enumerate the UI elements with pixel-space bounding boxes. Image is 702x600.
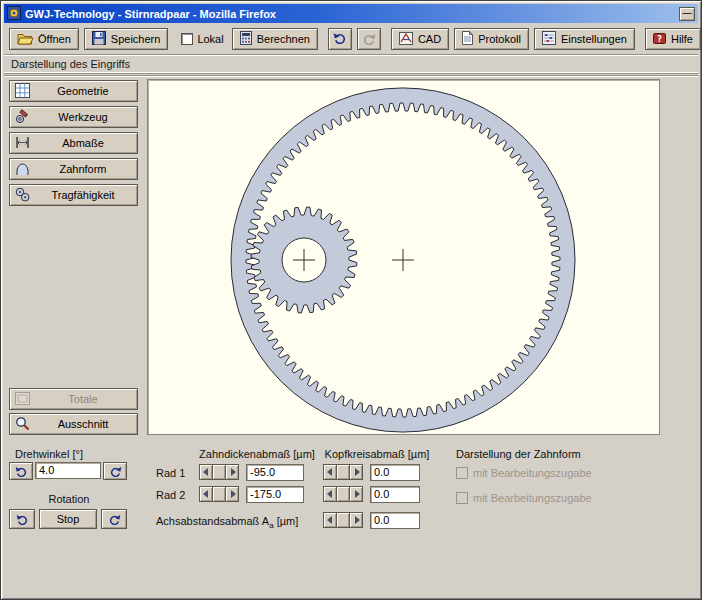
magnifier-icon	[15, 416, 30, 433]
tooth-profile-icon	[15, 161, 30, 178]
center-distance-spinner	[323, 512, 362, 528]
spin-left-button[interactable]	[323, 464, 337, 480]
toothform-header: Darstellung der Zahnform	[456, 448, 581, 460]
gear-pair-icon	[15, 187, 30, 204]
rotate-ccw-button[interactable]	[9, 509, 35, 529]
rotation-stop-button[interactable]: Stop	[39, 509, 97, 529]
rotation-angle-field[interactable]: 4.0	[35, 462, 101, 479]
sidebar-label-zahnform: Zahnform	[34, 163, 132, 175]
local-checkbox-group: Lokal	[178, 33, 226, 45]
calculate-label: Berechnen	[257, 33, 310, 45]
calculate-button[interactable]: Berechnen	[232, 28, 318, 50]
help-button[interactable]: ? Hilfe	[645, 28, 701, 50]
document-icon	[462, 31, 473, 47]
rad1-thickness-field[interactable]: -95.0	[246, 464, 304, 481]
rad2-thickness-spinner	[199, 486, 238, 502]
allowance1-checkbox[interactable]	[456, 467, 468, 479]
allowance1-row: mit Bearbeitungszugabe	[456, 467, 592, 479]
header-divider	[4, 75, 698, 77]
spin-thumb[interactable]	[336, 464, 350, 480]
settings-icon	[542, 31, 556, 47]
rad2-tip-spinner	[323, 486, 362, 502]
geometry-grid-icon	[15, 83, 30, 100]
full-view-icon	[15, 392, 30, 407]
app-window: GWJ-Technology - Stirnradpaar - Mozilla …	[0, 0, 702, 600]
open-label: Öffnen	[38, 33, 71, 45]
spin-right-button[interactable]	[225, 464, 239, 480]
sidebar-label-tragfaehigkeit: Tragfähigkeit	[34, 189, 132, 201]
protocol-label: Protokoll	[478, 33, 521, 45]
spin-right-button[interactable]	[225, 486, 239, 502]
redo-arrow-icon	[362, 33, 376, 45]
settings-button[interactable]: Einstellungen	[534, 28, 635, 50]
rad1-tip-field[interactable]: 0.0	[370, 464, 420, 481]
help-icon: ?	[653, 32, 666, 47]
settings-label: Einstellungen	[561, 33, 627, 45]
spin-thumb[interactable]	[212, 464, 226, 480]
floppy-disk-icon	[92, 31, 106, 47]
spin-thumb[interactable]	[336, 512, 350, 528]
angle-cw-button[interactable]	[103, 462, 127, 480]
gear-mesh-drawing	[148, 80, 659, 434]
cad-label: CAD	[418, 33, 441, 45]
allowance1-label: mit Bearbeitungszugabe	[473, 467, 592, 479]
undo-arrow-icon	[333, 32, 347, 46]
local-checkbox[interactable]	[181, 33, 193, 45]
caliper-icon	[15, 135, 30, 152]
rad1-label: Rad 1	[156, 467, 185, 479]
rad2-thickness-field[interactable]: -175.0	[246, 486, 304, 503]
spin-left-button[interactable]	[199, 486, 213, 502]
rotation-angle-label: Drehwinkel [°]	[15, 448, 83, 460]
angle-ccw-button[interactable]	[9, 462, 33, 480]
rad2-tip-field[interactable]: 0.0	[370, 486, 420, 503]
sidebar-item-tragfaehigkeit[interactable]: Tragfähigkeit	[9, 184, 138, 206]
spin-thumb[interactable]	[336, 486, 350, 502]
calculator-icon	[240, 31, 252, 47]
center-distance-field[interactable]: 0.0	[370, 512, 420, 529]
allowance2-label: mit Bearbeitungszugabe	[473, 492, 592, 504]
toolbar: Öffnen Speichern Lokal Berechnen	[4, 25, 698, 53]
gear-canvas	[147, 79, 660, 435]
protocol-button[interactable]: Protokoll	[454, 28, 529, 50]
open-button[interactable]: Öffnen	[9, 28, 79, 50]
allowance2-row: mit Bearbeitungszugabe	[456, 492, 592, 504]
rotation-stop-label: Stop	[57, 513, 80, 525]
sidebar-item-werkzeug[interactable]: Werkzeug	[9, 106, 138, 128]
minimize-button[interactable]: —	[679, 7, 695, 21]
open-folder-icon	[17, 32, 33, 47]
app-icon	[7, 6, 21, 22]
rad1-tip-spinner	[323, 464, 362, 480]
spin-left-button[interactable]	[323, 486, 337, 502]
spin-right-button[interactable]	[349, 464, 363, 480]
sidebar-label-geometrie: Geometrie	[34, 85, 132, 97]
sidebar-item-abmasse[interactable]: Abmaße	[9, 132, 138, 154]
spin-right-button[interactable]	[349, 486, 363, 502]
cad-button[interactable]: CAD	[391, 28, 449, 50]
titlebar: GWJ-Technology - Stirnradpaar - Mozilla …	[4, 4, 698, 23]
center-distance-label: Achsabstandsabmaß Aa [µm]	[156, 515, 298, 530]
total-view-button[interactable]: Totale	[9, 388, 138, 410]
local-label: Lokal	[197, 33, 223, 45]
rotate-cw-button[interactable]	[101, 509, 127, 529]
undo-button[interactable]	[328, 28, 352, 50]
svg-text:?: ?	[657, 34, 662, 43]
tip-circle-header: Kopfkreisabmaß [µm]	[321, 448, 433, 460]
sidebar-item-geometrie[interactable]: Geometrie	[9, 80, 138, 102]
save-button[interactable]: Speichern	[84, 28, 169, 50]
cad-icon	[399, 32, 413, 47]
spin-left-button[interactable]	[199, 464, 213, 480]
redo-button[interactable]	[357, 28, 381, 50]
sidebar-label-werkzeug: Werkzeug	[34, 111, 132, 123]
allowance2-checkbox[interactable]	[456, 492, 468, 504]
spin-thumb[interactable]	[212, 486, 226, 502]
save-label: Speichern	[111, 33, 161, 45]
sidebar-label-abmasse: Abmaße	[34, 137, 132, 149]
view-header: Darstellung des Eingriffs	[4, 54, 698, 74]
sidebar-item-zahnform[interactable]: Zahnform	[9, 158, 138, 180]
view-title: Darstellung des Eingriffs	[11, 58, 130, 70]
spin-left-button[interactable]	[323, 512, 337, 528]
spin-right-button[interactable]	[349, 512, 363, 528]
section-view-button[interactable]: Ausschnitt	[9, 413, 138, 435]
rotation-label: Rotation	[9, 493, 129, 505]
section-view-label: Ausschnitt	[34, 418, 132, 430]
